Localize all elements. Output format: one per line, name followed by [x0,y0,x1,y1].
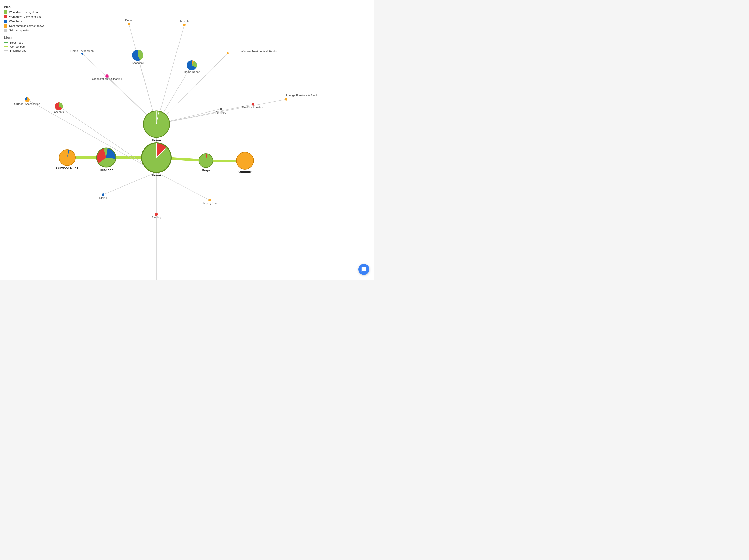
node-home-top[interactable] [143,111,170,137]
label-orgcleaning: Organization & Cleaning [92,77,122,80]
label-shopbysize: Shop by Size [201,202,218,205]
line-homebottom-dining [103,172,156,195]
node-seasonal[interactable] [132,50,143,61]
line-home-accents [156,25,184,124]
chat-icon [361,267,367,272]
node-seating-dot [155,213,158,216]
label-outdoor-right: Outdoor [238,170,251,174]
label-seasonal: Seasonal [132,61,144,64]
node-outdooracc[interactable] [25,97,30,102]
label-decor: Decor [125,19,133,22]
node-outdoor-right[interactable] [236,152,254,169]
chat-button[interactable] [358,264,369,275]
label-accents-top: Accents [179,20,189,23]
node-decor-dot [128,23,130,25]
label-home-top: Home [152,138,161,142]
label-furniture: Furniture [215,111,227,114]
label-outdoor: Outdoor [100,168,112,172]
label-rugs: Rugs [202,168,210,172]
outdooracc-pie-blue [25,97,27,99]
node-home-bottom[interactable] [142,143,171,172]
label-accents-left: Accents [54,111,64,113]
node-outfurniture-dot [252,103,254,106]
node-rugs[interactable] [199,154,213,168]
label-window: Window Treatments & Hardw... [241,50,279,53]
label-homeenv: Home Environment [70,49,94,52]
node-furniture-dot [220,108,222,110]
label-outfurniture: Outdoor Furniture [242,106,264,109]
label-homedecor: Home Decor [184,70,199,73]
graph-svg: Decor Accents Window Treatments & Hardw.… [0,0,374,280]
label-outdooracc: Outdoor Accessories [14,103,40,106]
node-homeenv-dot [81,53,83,55]
label-home-bottom: Home [152,173,161,177]
node-window-dot [227,52,229,54]
line-homebottom-outdooracc [27,99,156,172]
node-lounge-dot [285,98,287,100]
node-outdoor[interactable] [97,148,116,167]
label-lounge: Lounge Furniture & Seatin... [286,94,321,97]
node-shopbysize-dot [209,199,211,201]
node-homedecor[interactable] [187,60,197,70]
label-outdoor-rugs: Outdoor Rugs [56,166,78,170]
label-dining: Dining [99,196,107,199]
node-accents-left[interactable] [55,103,63,111]
main-container: Pies Went down the right path Went down … [0,0,374,280]
node-outdoor-rugs[interactable] [59,150,75,166]
node-dining-dot [102,193,105,196]
node-accents-dot [183,24,186,26]
line-homebottom-shopbysize [156,172,210,200]
